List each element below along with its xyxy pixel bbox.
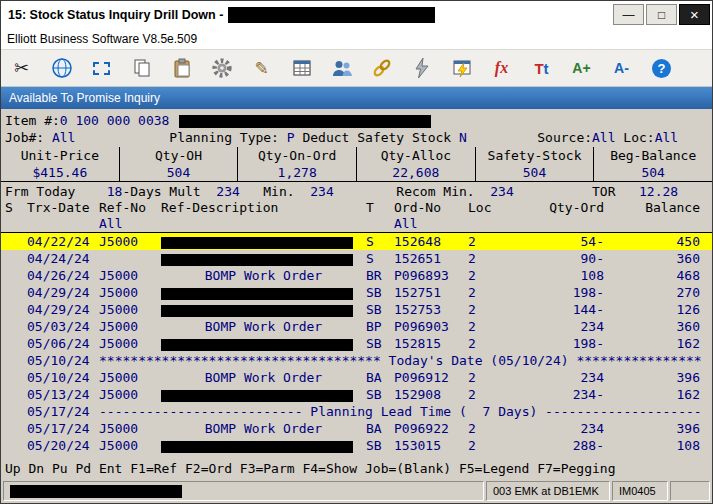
summary-value: 504: [594, 164, 712, 181]
grid-row[interactable]: 05/13/24J5000SB1529082234-162: [1, 386, 712, 403]
cell-ord-no: 153015: [394, 437, 468, 454]
cell-balance: 126: [604, 301, 700, 318]
cell-type: S: [366, 250, 394, 267]
cell-type: BR: [366, 267, 394, 284]
copy-button[interactable]: [126, 53, 157, 83]
column-filter: [604, 216, 700, 232]
font-increase-button[interactable]: A+: [566, 53, 597, 83]
summary-column: Qty-On-Ord1,278: [238, 147, 357, 181]
redaction-bar: [161, 339, 353, 351]
cell-ref-no: J5000: [99, 335, 161, 352]
grid-row[interactable]: 05/10/24J5000BOMP Work OrderBAP096912223…: [1, 369, 712, 386]
cell-balance: 468: [604, 267, 700, 284]
grid-row[interactable]: 04/29/24J5000SB1527532144-126: [1, 301, 712, 318]
summary-column: Unit-Price$415.46: [1, 147, 120, 181]
cell-ref-description: [161, 386, 366, 403]
redaction-bar: [161, 288, 353, 300]
cell-ref-no: J5000: [99, 284, 161, 301]
lightning-button[interactable]: [406, 53, 437, 83]
grid-header: STrx-DateRef-NoRef-DescriptionTOrd-NoLoc…: [1, 200, 712, 233]
cell-trx-date: 05/06/24: [27, 335, 99, 352]
cell-qty-ord: 198-: [504, 284, 604, 301]
column-header: S: [5, 200, 27, 216]
cell-ord-no: 152751: [394, 284, 468, 301]
cell-ref-description: [161, 335, 366, 352]
link-button[interactable]: [366, 53, 397, 83]
formula-button[interactable]: fx: [486, 53, 517, 83]
grid-row[interactable]: 04/29/24J5000SB1527512198-270: [1, 284, 712, 301]
cell-qty-ord: 54-: [504, 233, 604, 250]
cell-ref-description: BOMP Work Order: [161, 420, 366, 437]
report-button[interactable]: [286, 53, 317, 83]
cell-ord-no: 152815: [394, 335, 468, 352]
close-button[interactable]: ×: [679, 4, 710, 25]
item-number-line: Item #:0 100 000 0038: [5, 112, 708, 129]
cell-status: [5, 284, 27, 301]
grid-row[interactable]: 04/22/24J5000S152648254-450: [1, 233, 712, 250]
cell-ref-description: [161, 250, 366, 267]
cell-type: BA: [366, 369, 394, 386]
paste-button[interactable]: [166, 53, 197, 83]
cell-balance: 360: [604, 250, 700, 267]
minimize-button[interactable]: —: [613, 4, 644, 25]
field-label: Min.: [240, 184, 310, 199]
selection-box-icon: [93, 62, 110, 75]
font-decrease-button[interactable]: A-: [606, 53, 637, 83]
users-icon: [331, 57, 353, 79]
cell-balance: 270: [604, 284, 700, 301]
grid-row[interactable]: 04/26/24J5000BOMP Work OrderBRP096893210…: [1, 267, 712, 284]
column-filter: [366, 216, 394, 232]
cell-ref-no: J5000: [99, 420, 161, 437]
cut-button[interactable]: ✂: [6, 53, 37, 83]
cell-ref-no: J5000: [99, 267, 161, 284]
font-icon: Tt: [534, 60, 548, 77]
cell-ref-description: BOMP Work Order: [161, 369, 366, 386]
cell-ord-no: P096893: [394, 267, 468, 284]
grid-row[interactable]: 04/24/24S152651290-360: [1, 250, 712, 267]
cell-ref-no: J5000: [99, 369, 161, 386]
summary-header: Qty-Alloc: [357, 147, 475, 164]
summary-header: Unit-Price: [1, 147, 119, 164]
run-window-button[interactable]: [446, 53, 477, 83]
cell-trx-date: 05/03/24: [27, 318, 99, 335]
cell-loc: 2: [468, 301, 504, 318]
cell-status: [5, 369, 27, 386]
grid-separator-row[interactable]: 05/10/24********************************…: [1, 352, 712, 369]
font-increase-icon: A+: [572, 60, 590, 76]
column-filter: All: [394, 216, 468, 232]
cell-ref-description: BOMP Work Order: [161, 267, 366, 284]
window-title: 15: Stock Status Inquiry Drill Down -: [8, 8, 223, 22]
status-left-panel: [3, 481, 484, 501]
cell-qty-ord: 144-: [504, 301, 604, 318]
report-grid-icon: [291, 57, 313, 79]
settings-button[interactable]: [206, 53, 237, 83]
selection-button[interactable]: [86, 53, 117, 83]
edit-button[interactable]: ✎: [246, 53, 277, 83]
font-button[interactable]: Tt: [526, 53, 557, 83]
separator-text: ************************************ Tod…: [99, 352, 708, 369]
cell-trx-date: 05/17/24: [27, 403, 99, 420]
users-button[interactable]: [326, 53, 357, 83]
summary-column: Safety-Stock504: [476, 147, 595, 181]
status-screen-id-panel: IM0405: [612, 481, 668, 501]
grid-row[interactable]: 05/06/24J5000SB1528152198-162: [1, 335, 712, 352]
grid-separator-row[interactable]: 05/17/24-------------------------- Plann…: [1, 403, 712, 420]
cell-ref-no: J5000: [99, 233, 161, 250]
grid-row[interactable]: 05/03/24J5000BOMP Work OrderBPP096903223…: [1, 318, 712, 335]
grid-row[interactable]: 05/17/24J5000BOMP Work OrderBAP096922223…: [1, 420, 712, 437]
cell-type: SB: [366, 386, 394, 403]
column-filter: [5, 216, 27, 232]
globe-button[interactable]: [46, 53, 77, 83]
cell-status: [5, 233, 27, 250]
field-label: Frm Today: [5, 184, 107, 199]
summary-column: Beg-Balance504: [594, 147, 712, 181]
help-button[interactable]: ?: [646, 53, 677, 83]
maximize-button[interactable]: □: [646, 4, 677, 25]
status-bar: 003 EMK at DB1EMK IM0405: [1, 479, 712, 503]
column-header: T: [366, 200, 394, 216]
cell-ord-no: P096922: [394, 420, 468, 437]
grid-row[interactable]: 05/20/24J5000SB1530152288-108: [1, 437, 712, 454]
panel-header: Available To Promise Inquiry: [1, 87, 712, 109]
cell-type: SB: [366, 284, 394, 301]
summary-value: $415.46: [1, 164, 119, 181]
